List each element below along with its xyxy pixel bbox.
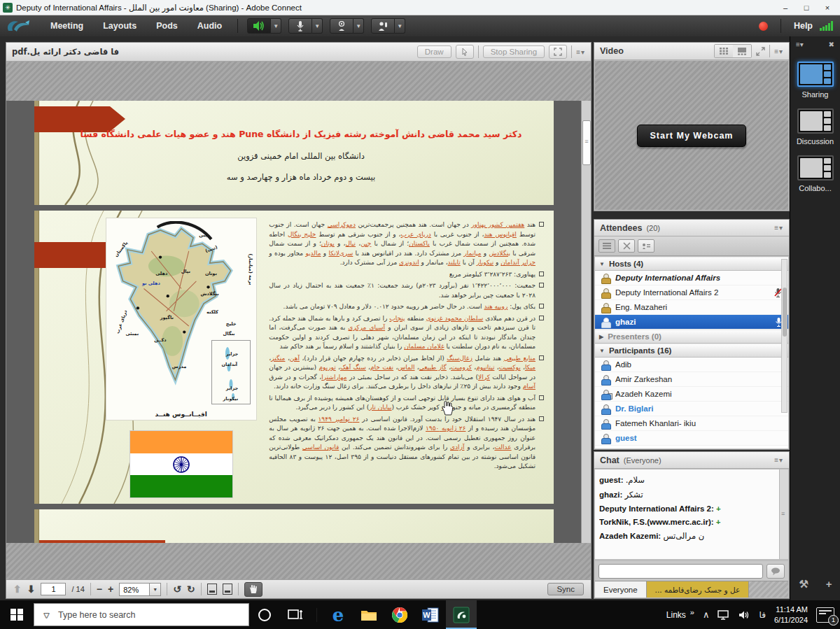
filmstrip-view-icon[interactable] [733, 45, 751, 57]
cortana-button[interactable] [249, 600, 280, 629]
attendee-row[interactable]: Amir Zarkeshan [595, 372, 788, 387]
map-label: خلیج [226, 321, 237, 327]
maximize-button[interactable]: □ [797, 1, 816, 14]
speaker-button[interactable] [247, 18, 271, 34]
chat-message-input[interactable] [598, 564, 763, 579]
attendee-row[interactable]: Eng. Mazaheri [595, 300, 788, 315]
attendees-scrollbar[interactable] [781, 259, 788, 413]
pod-options-menu-icon[interactable]: ≡▾ [774, 456, 783, 464]
close-button[interactable]: × [818, 1, 837, 14]
add-layout-icon[interactable]: + [826, 578, 832, 591]
taskbar-clock[interactable]: 11:14 AM 6/11/2024 [774, 605, 808, 625]
fit-width-icon[interactable] [223, 584, 232, 595]
minimize-button[interactable]: – [776, 1, 795, 14]
attendees-scrollbar-thumb[interactable] [783, 288, 787, 337]
sync-button[interactable]: Sync [547, 583, 584, 595]
attendee-group-header[interactable]: ▼Hosts (4) [595, 257, 788, 271]
menu-audio[interactable]: Audio [188, 15, 232, 36]
zoom-dropdown[interactable]: ▼ [150, 583, 161, 596]
video-pod-title: Video [600, 46, 624, 56]
rotate-left-icon[interactable]: ↺ [173, 584, 181, 595]
attendee-row[interactable]: Adib [595, 358, 788, 372]
host-icon [601, 318, 610, 327]
links-toolbar[interactable]: Links [666, 610, 686, 620]
menu-meeting[interactable]: Meeting [41, 15, 93, 36]
word-button[interactable]: W [415, 600, 446, 629]
pan-hand-tool-button[interactable] [244, 582, 262, 597]
edge-button[interactable]: e [323, 600, 354, 629]
pod-options-menu-icon[interactable]: ≡▾ [576, 48, 585, 56]
chat-scrollbar[interactable] [779, 469, 788, 559]
start-button[interactable] [0, 600, 34, 629]
attendee-row[interactable]: Fatemeh Khanlari- ikiu [595, 416, 788, 431]
fit-page-icon[interactable] [207, 584, 217, 595]
chat-tab[interactable]: عل و جسک رضای‌فاطمه ... [647, 581, 750, 598]
layout-tools-icon[interactable]: ⚒ [799, 578, 808, 591]
help-menu[interactable]: Help [794, 21, 813, 31]
volume-icon[interactable] [738, 610, 750, 620]
layout-item-collabo[interactable]: Collabo... [790, 155, 840, 192]
attendee-name: Amir Zarkeshan [615, 375, 672, 383]
links-chevron-icon[interactable]: » [690, 608, 694, 616]
file-explorer-button[interactable] [354, 600, 384, 629]
attendee-row[interactable]: Dr. Biglari [595, 402, 788, 416]
adobe-connect-taskbar-button[interactable] [446, 600, 477, 629]
network-icon[interactable] [718, 610, 730, 620]
attendee-row[interactable]: ghazi [595, 315, 788, 330]
menu-layouts[interactable]: Layouts [93, 15, 146, 36]
pod-fullscreen-icon[interactable] [756, 47, 765, 56]
attendee-list-view-icon[interactable] [598, 239, 615, 253]
fullscreen-icon[interactable] [549, 45, 567, 59]
chat-messages: guest: سلام.ghazi: تشکرDeputy Internatio… [595, 469, 779, 559]
taskbar-search-input[interactable]: 🜄︎ Type here to search [34, 603, 249, 626]
raise-hand-dropdown[interactable]: ▼ [395, 18, 405, 34]
chrome-button[interactable] [384, 600, 415, 629]
layout-item-discussion[interactable]: Discussion [790, 108, 840, 146]
connection-signal-icon[interactable] [820, 21, 833, 31]
participant-icon [601, 360, 610, 369]
microphone-button[interactable] [288, 18, 312, 34]
document-scrollbar[interactable] [581, 101, 591, 543]
task-view-button[interactable] [280, 600, 311, 629]
attendee-status-view-icon[interactable] [638, 239, 654, 253]
page-number-input[interactable]: 1 [41, 583, 66, 595]
menu-pods[interactable]: Pods [146, 15, 188, 36]
clock-date: 6/11/2024 [774, 615, 808, 625]
zoom-level-value[interactable]: 82% [119, 583, 150, 596]
attendee-row[interactable]: guest [595, 431, 788, 446]
stop-sharing-button[interactable]: Stop Sharing [483, 45, 545, 58]
chat-tab[interactable]: Everyone [595, 581, 647, 598]
attendee-row[interactable]: Deputy International Affairs 2 [595, 285, 788, 300]
breakout-view-icon[interactable] [618, 239, 635, 253]
speaker-dropdown[interactable]: ▼ [271, 18, 281, 34]
attendee-group-header[interactable]: ▼Participants (16) [595, 344, 788, 358]
rotate-right-icon[interactable]: ↻ [187, 584, 195, 595]
dock-close-icon[interactable]: ✖ [829, 41, 834, 48]
pointer-tool-icon[interactable] [456, 45, 474, 59]
layout-dock: ≡▾ ✖ SharingDiscussionCollabo... ⚒ + [790, 36, 840, 600]
attendee-group-header[interactable]: ▶Presenters (0) [595, 330, 788, 344]
notification-center-icon[interactable]: 1 [816, 607, 834, 623]
hidden-icons-chevron[interactable]: ∧ [703, 609, 710, 620]
draw-button[interactable]: Draw [417, 45, 451, 58]
webcam-button[interactable] [330, 18, 354, 34]
webcam-dropdown[interactable]: ▼ [354, 18, 364, 34]
zoom-in-button[interactable]: + [108, 584, 113, 595]
language-indicator[interactable]: فا [759, 610, 765, 620]
pod-options-menu-icon[interactable]: ≡▾ [774, 48, 783, 55]
document-scrollbar-thumb[interactable] [582, 120, 591, 165]
start-webcam-button[interactable]: Start My Webcam [637, 125, 747, 147]
raise-hand-button[interactable] [371, 18, 395, 34]
layout-item-sharing[interactable]: Sharing [790, 62, 840, 99]
document-viewport[interactable]: دکتر سید محمد قاضی دانش آموخته رشته فیزی… [6, 101, 581, 543]
send-message-button[interactable] [766, 564, 785, 579]
attendee-row[interactable]: Deputy International Affairs [595, 271, 788, 285]
attendee-row[interactable]: Azadeh Kazemi [595, 387, 788, 402]
grid-view-icon[interactable] [715, 45, 733, 57]
next-page-button[interactable]: ⬇ [27, 584, 36, 595]
dock-menu-icon[interactable]: ≡▾ [796, 41, 804, 48]
pod-options-menu-icon[interactable]: ≡▾ [774, 224, 783, 232]
microphone-dropdown[interactable]: ▼ [312, 18, 323, 34]
previous-page-button[interactable]: ⬆ [13, 584, 22, 595]
zoom-out-button[interactable]: − [97, 584, 102, 595]
